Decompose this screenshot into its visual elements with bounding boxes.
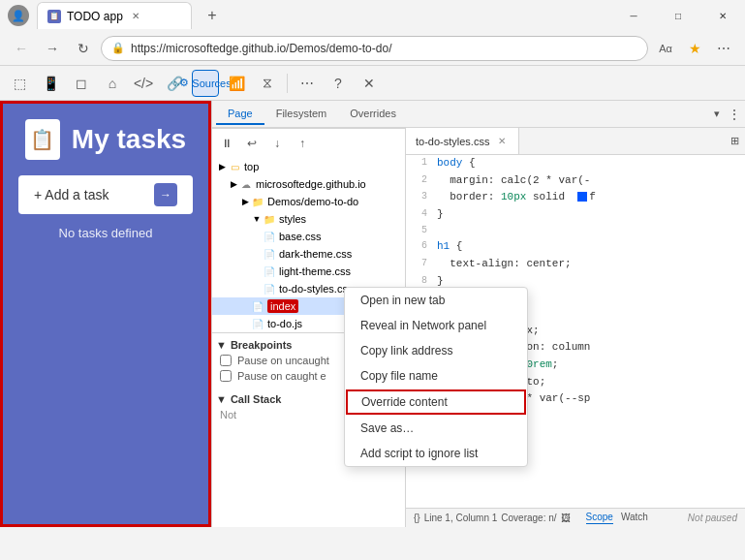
tab-filesystem[interactable]: Filesystem [264, 104, 339, 125]
folder-icon-top: ▭ [228, 160, 241, 173]
editor-tab-active[interactable]: to-do-styles.css ✕ [406, 128, 519, 154]
app-title-area: 📋 My tasks [25, 119, 186, 160]
coverage-icon[interactable]: 🖼 [561, 513, 571, 523]
status-bar: {} Line 1, Column 1 Coverage: n/ 🖼 Scope… [406, 508, 745, 527]
separator [287, 74, 288, 93]
add-task-arrow-icon: → [154, 183, 177, 206]
code-line-3: 3 border: 10px solid f [406, 189, 745, 206]
watch-tab-btn[interactable]: Watch [621, 512, 648, 524]
tab-overrides[interactable]: Overrides [338, 104, 408, 125]
devtools-toolbar: ⬚ 📱 ◻ ⌂ </> 🔗 ⚙ Sources 📶 ⧖ ⋯ ? ✕ [0, 66, 745, 101]
tree-arrow-top: ▶ [216, 162, 228, 171]
help-btn[interactable]: ? [325, 70, 352, 97]
device-emulation-btn[interactable]: 📱 [37, 70, 64, 97]
tab-options-icon[interactable]: ⋮ [728, 107, 741, 122]
tree-item-path[interactable]: ▶ 📁 Demos/demo-to-do [212, 193, 405, 210]
new-tab-btn[interactable]: + [200, 3, 225, 28]
nav-bar: ← → ↻ 🔒 https://microsoftedge.github.io/… [0, 31, 745, 66]
dom-panel-btn[interactable]: ◻ [68, 70, 95, 97]
app-icon: 📋 [25, 119, 60, 160]
tab-page[interactable]: Page [216, 104, 264, 125]
forward-btn[interactable]: → [39, 35, 66, 62]
curly-braces-icon: {} [414, 513, 420, 523]
profile-avatar[interactable]: 👤 [8, 5, 29, 26]
breakpoints-arrow-icon: ▼ [216, 339, 227, 351]
file-icon-base: 📄 [263, 230, 276, 243]
status-tab-btns: Scope Watch [586, 512, 648, 524]
tab-favicon: 📋 [47, 10, 61, 23]
step-over-btn[interactable]: ↩ [241, 133, 263, 154]
not-paused-label: Not paused [688, 513, 737, 523]
breakpoints-label: Breakpoints [231, 339, 293, 351]
step-into-btn[interactable]: ↓ [266, 133, 288, 154]
pause-resume-btn[interactable]: ⏸ [216, 133, 237, 154]
editor-tab-close-btn[interactable]: ✕ [495, 135, 509, 148]
cloud-icon-domain: ☁ [239, 177, 253, 191]
ctx-override-content[interactable]: Override content [346, 389, 526, 415]
close-devtools-btn[interactable]: ✕ [356, 70, 383, 97]
tree-item-top[interactable]: ▶ ▭ top [212, 158, 405, 175]
bp-uncaught-checkbox[interactable] [220, 355, 232, 366]
code-line-7: 7 text-align: center; [406, 256, 745, 273]
add-task-label: + Add a task [34, 187, 109, 202]
bp-caught-checkbox[interactable] [220, 370, 232, 382]
editor-tab-filename: to-do-styles.css [416, 136, 489, 147]
ctx-open-new-tab[interactable]: Open in new tab [345, 288, 527, 313]
tree-arrow-domain: ▶ [228, 179, 239, 189]
url-text: https://microsoftedge.github.io/Demos/de… [131, 42, 391, 55]
debugger-controls: ⏸ ↩ ↓ ↑ [212, 128, 405, 158]
editor-collapse-btn[interactable]: ⊞ [724, 131, 745, 152]
window-controls: ─ □ ✕ [611, 0, 745, 31]
lock-icon: 🔒 [111, 42, 125, 54]
inspect-element-btn[interactable]: ⬚ [6, 70, 33, 97]
bp-uncaught-label: Pause on uncaught [237, 355, 329, 366]
home-btn[interactable]: ⌂ [99, 70, 126, 97]
tree-item-light-theme[interactable]: 📄 light-theme.css [212, 263, 405, 280]
tab-more: ▾ ⋮ [714, 107, 741, 122]
minimize-btn[interactable]: ─ [611, 0, 656, 31]
tree-item-base-css[interactable]: 📄 base.css [212, 228, 405, 245]
tab-close-btn[interactable]: ✕ [129, 10, 142, 23]
close-btn[interactable]: ✕ [700, 0, 745, 31]
more-tools-btn[interactable]: ⋯ [294, 70, 321, 97]
tab-more-icon[interactable]: ▾ [714, 108, 720, 120]
step-out-btn[interactable]: ↑ [292, 133, 313, 154]
ctx-copy-link[interactable]: Copy link address [345, 338, 527, 363]
maximize-btn[interactable]: □ [656, 0, 700, 31]
call-stack-label: Call Stack [231, 393, 282, 405]
browser-tab[interactable]: 📋 TODO app ✕ [37, 2, 192, 29]
file-icon-light: 📄 [263, 264, 276, 278]
code-line-5: 5 [406, 223, 745, 238]
wifi-btn[interactable]: 📶 [223, 70, 250, 97]
back-btn[interactable]: ← [8, 35, 35, 62]
performance-btn[interactable]: ⧖ [254, 70, 281, 97]
status-line-info: Line 1, Column 1 [424, 513, 498, 523]
app-title-text: My tasks [72, 124, 186, 155]
tree-arrow-styles: ▼ [251, 214, 263, 224]
sources-btn[interactable]: ⚙ Sources [192, 70, 219, 97]
status-coverage: Coverage: n/ [501, 513, 556, 523]
scope-tab-btn[interactable]: Scope [586, 512, 613, 524]
tree-item-dark-theme[interactable]: 📄 dark-theme.css [212, 245, 405, 263]
more-btn[interactable]: ⋯ [710, 35, 737, 62]
tree-item-styles[interactable]: ▼ 📁 styles [212, 210, 405, 228]
file-icon-dark: 📄 [263, 247, 276, 261]
code-btn[interactable]: </> [130, 70, 157, 97]
tree-item-domain[interactable]: ▶ ☁ microsoftedge.github.io [212, 175, 405, 193]
read-aloud-btn[interactable]: Aα [652, 35, 679, 62]
address-bar[interactable]: 🔒 https://microsoftedge.github.io/Demos/… [101, 36, 648, 61]
refresh-btn[interactable]: ↻ [70, 35, 97, 62]
file-icon-todo-js: 📄 [251, 317, 264, 330]
favorites-btn[interactable]: ★ [681, 35, 708, 62]
folder-icon-styles: 📁 [263, 212, 276, 226]
ctx-copy-filename[interactable]: Copy file name [345, 363, 527, 389]
ctx-reveal-network[interactable]: Reveal in Network panel [345, 313, 527, 338]
no-tasks-label: No tasks defined [59, 226, 153, 240]
bp-caught-label: Pause on caught e [237, 370, 326, 382]
ctx-save-as[interactable]: Save as… [345, 416, 527, 441]
status-left: {} Line 1, Column 1 Coverage: n/ 🖼 [414, 513, 571, 523]
folder-icon-path: 📁 [251, 195, 264, 208]
sources-tabs: Page Filesystem Overrides ▾ ⋮ [212, 101, 745, 128]
add-task-button[interactable]: + Add a task → [18, 175, 193, 214]
ctx-add-to-ignore-list[interactable]: Add script to ignore list [345, 441, 527, 466]
